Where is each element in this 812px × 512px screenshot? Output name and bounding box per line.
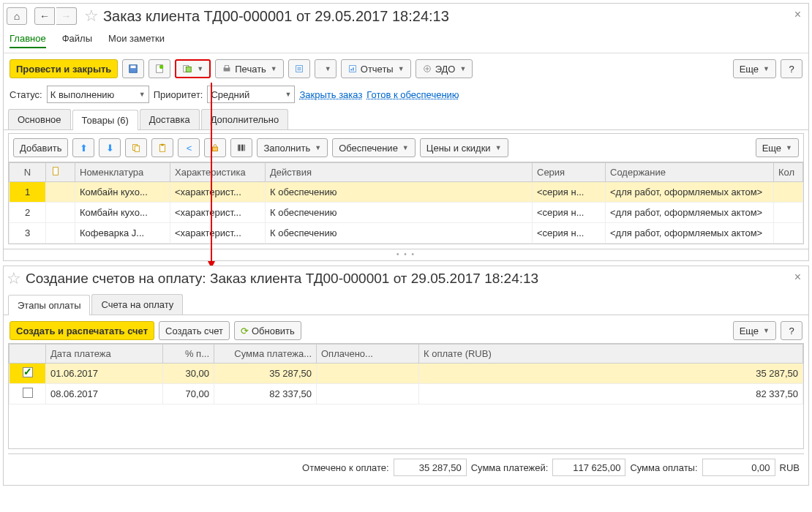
forward-button: → [56, 7, 77, 25]
post-button[interactable] [149, 59, 170, 78]
save-button[interactable] [122, 59, 144, 78]
add-button[interactable]: Добавить [13, 138, 68, 157]
copy-icon [131, 143, 141, 153]
status-label: Статус: [10, 89, 42, 100]
list-icon [294, 64, 304, 74]
close-icon[interactable]: × [794, 8, 801, 21]
edo-icon [422, 64, 432, 74]
menu-notes[interactable]: Мои заметки [108, 33, 165, 48]
lock-icon [210, 143, 220, 153]
pay-label: Сумма оплаты: [630, 462, 697, 473]
refresh-button[interactable]: ⟳ Обновить [234, 321, 301, 340]
star-icon-bottom[interactable]: ☆ [7, 269, 21, 288]
save-icon [128, 64, 138, 74]
bottom-title: Создание счетов на оплату: Заказ клиента… [26, 271, 538, 287]
fill-button[interactable]: Заполнить▼ [257, 138, 328, 157]
move-down-button[interactable]: ⬇ [99, 138, 121, 157]
page-title: Заказ клиента ТД00-000001 от 29.05.2017 … [103, 8, 449, 25]
table-row[interactable]: 2Комбайн кухо...<характерист...К обеспеч… [10, 203, 803, 223]
svg-rect-26 [53, 167, 59, 176]
marked-label: Отмечено к оплате: [302, 462, 389, 473]
checkbox[interactable] [23, 367, 33, 377]
svg-rect-17 [135, 146, 140, 151]
checkbox[interactable] [23, 388, 33, 398]
marked-value: 35 287,50 [394, 459, 467, 476]
post-icon [154, 64, 165, 74]
close-order-link[interactable]: Закрыть заказ [299, 89, 362, 100]
payments-table[interactable]: Дата платежа % п... Сумма платежа... Опл… [9, 344, 803, 404]
supply-button[interactable]: Обеспечение▼ [332, 138, 416, 157]
status-select[interactable]: К выполнению▼ [47, 86, 149, 103]
star-icon[interactable]: ☆ [84, 7, 99, 26]
create-based-on-button[interactable]: ▼ [175, 59, 211, 78]
list-button[interactable] [288, 59, 310, 78]
tab-delivery[interactable]: Доставка [140, 109, 200, 129]
priority-label: Приоритет: [154, 89, 203, 100]
svg-rect-19 [162, 144, 165, 146]
svg-rect-5 [187, 67, 192, 72]
table-row[interactable]: 1Комбайн кухо...<характерист...К обеспеч… [10, 182, 803, 203]
svg-rect-1 [131, 66, 136, 69]
table-row[interactable]: 3Кофеварка J...<характерист...К обеспече… [10, 223, 803, 244]
inner-more-button[interactable]: Еще▼ [756, 138, 799, 157]
close-icon-bottom[interactable]: × [794, 271, 801, 284]
svg-point-3 [159, 65, 163, 69]
supply-ready-link[interactable]: Готов к обеспечению [366, 89, 459, 100]
bottom-help-button[interactable]: ? [781, 321, 802, 340]
reports-button[interactable]: Отчеты▼ [341, 59, 411, 78]
prices-button[interactable]: Цены и скидки▼ [420, 138, 508, 157]
priority-select[interactable]: Средний▼ [207, 86, 295, 103]
print-icon [222, 64, 232, 74]
create-based-icon [182, 64, 192, 74]
menu-main[interactable]: Главное [10, 33, 46, 48]
bottom-more-button[interactable]: Еще▼ [733, 321, 776, 340]
post-and-close-button[interactable]: Провести и закрыть [10, 59, 118, 78]
paste-button[interactable] [151, 138, 173, 157]
report-icon [347, 64, 358, 74]
tab-main[interactable]: Основное [8, 109, 71, 129]
help-button[interactable]: ? [781, 59, 802, 78]
edo-button[interactable]: ЭДО▼ [416, 59, 473, 78]
copy-button[interactable] [125, 138, 147, 157]
lock-button[interactable] [204, 138, 226, 157]
goods-table[interactable]: N Номенклатура Характеристика Действия С… [9, 162, 803, 244]
folder-icon [320, 64, 320, 74]
barcode-button[interactable] [230, 138, 252, 157]
create-print-invoice-button[interactable]: Создать и распечатать счет [10, 321, 154, 340]
svg-rect-7 [225, 66, 229, 69]
svg-rect-14 [353, 67, 354, 70]
folder-button[interactable]: ▼ [315, 59, 337, 78]
total-value: 117 625,00 [552, 459, 625, 476]
tab-extra[interactable]: Дополнительно [201, 109, 289, 129]
refresh-icon: ⟳ [241, 325, 249, 336]
create-invoice-button[interactable]: Создать счет [159, 321, 230, 340]
home-button[interactable]: ⌂ [7, 7, 27, 25]
move-up-button[interactable]: ⬆ [72, 138, 94, 157]
print-button[interactable]: Печать▼ [215, 59, 284, 78]
table-row[interactable]: 01.06.201730,0035 287,5035 287,50 [10, 364, 803, 384]
menu-bar: Главное Файлы Мои заметки [4, 31, 808, 53]
svg-rect-13 [350, 69, 352, 71]
tab-payment-stages[interactable]: Этапы оплаты [8, 295, 90, 315]
paste-icon [157, 143, 168, 153]
tab-goods[interactable]: Товары (6) [72, 110, 138, 130]
share-button[interactable]: < [178, 138, 200, 157]
pay-value: 0,00 [702, 459, 775, 476]
doc-icon [50, 166, 61, 176]
back-button[interactable]: ← [34, 7, 55, 25]
tab-invoices[interactable]: Счета на оплату [91, 294, 183, 315]
more-button[interactable]: Еще▼ [733, 59, 776, 78]
currency-label: RUB [780, 462, 800, 473]
menu-files[interactable]: Файлы [62, 33, 92, 48]
total-label: Сумма платежей: [471, 462, 549, 473]
table-row[interactable]: 08.06.201770,0082 337,5082 337,50 [10, 384, 803, 404]
svg-rect-20 [213, 147, 218, 151]
barcode-icon [236, 143, 247, 153]
splitter[interactable]: • • • [4, 249, 808, 259]
